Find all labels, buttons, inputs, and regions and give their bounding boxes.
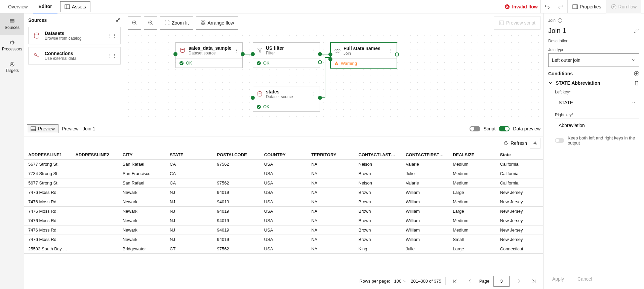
tab-editor[interactable]: Editor xyxy=(33,0,57,13)
table-settings-button[interactable] xyxy=(530,138,540,149)
chevron-left-icon xyxy=(468,279,472,284)
table-row[interactable]: 7476 Moss Rd.NewarkNJ94019USANABrownWill… xyxy=(24,235,543,244)
right-key-select[interactable]: Abbreviation xyxy=(555,119,639,132)
arrange-flow-button[interactable]: Arrange flow xyxy=(196,16,239,30)
keep-both-toggle[interactable] xyxy=(555,138,564,143)
tab-overview[interactable]: Overview xyxy=(3,0,33,13)
column-header[interactable]: CONTACTFIRSTNAME xyxy=(402,150,449,160)
properties-button[interactable]: Properties xyxy=(567,0,606,13)
flow-node-n4[interactable]: statesDataset source⋮OK xyxy=(253,86,320,112)
assets-button[interactable]: Assets xyxy=(60,1,90,12)
column-header[interactable]: STATE xyxy=(166,150,213,160)
canvas[interactable]: Zoom fit Arrange flow Preview script xyxy=(125,13,543,121)
port-out[interactable] xyxy=(241,52,245,56)
column-header[interactable]: ADDRESSLINE2 xyxy=(71,150,118,160)
table-row[interactable]: 25593 South Bay Ln.BridgewaterCT97562USA… xyxy=(24,244,543,254)
add-condition-button[interactable] xyxy=(634,71,639,76)
properties-label: Properties xyxy=(580,4,601,9)
table-row[interactable]: 7476 Moss Rd.NewarkNJ94019USANABrownWill… xyxy=(24,188,543,197)
column-header[interactable]: ADDRESSLINE1 xyxy=(24,150,71,160)
rail-sources[interactable]: Sources xyxy=(0,13,24,35)
rows-per-page-select[interactable]: 100 xyxy=(394,279,407,284)
port-in[interactable] xyxy=(328,52,332,56)
flow-node-n1[interactable]: sales_data_sampleDataset source⋮OK xyxy=(175,42,243,68)
column-header[interactable]: TERRITORY xyxy=(307,150,354,160)
column-header[interactable]: DEALSIZE xyxy=(449,150,496,160)
port-out[interactable] xyxy=(318,96,322,100)
last-page-button[interactable] xyxy=(528,276,539,287)
data-preview-toggle[interactable] xyxy=(499,126,510,131)
column-header[interactable]: POSTALCODE xyxy=(213,150,260,160)
svg-point-29 xyxy=(335,49,338,52)
port-out[interactable] xyxy=(395,52,399,56)
node-menu-button[interactable]: ⋮ xyxy=(234,48,239,53)
table-row[interactable]: 5677 Strong St.San RafaelCA97562USANANel… xyxy=(24,160,543,169)
refresh-button[interactable]: Refresh xyxy=(503,140,527,146)
column-header[interactable]: COUNTRY xyxy=(260,150,307,160)
rail-targets[interactable]: Targets xyxy=(0,56,24,78)
collapse-icon[interactable] xyxy=(115,17,121,23)
node-title: US filter xyxy=(266,45,284,51)
svg-rect-3 xyxy=(573,5,577,9)
port-in[interactable] xyxy=(251,52,255,56)
zoom-out-button[interactable] xyxy=(144,16,157,30)
table-cell: CA xyxy=(166,169,213,178)
node-title: Full state names xyxy=(344,46,380,51)
port-in[interactable] xyxy=(251,96,255,100)
rail-processors[interactable]: Processors xyxy=(0,35,24,56)
table-cell: Large xyxy=(449,188,496,197)
chevron-down-icon[interactable] xyxy=(548,81,553,85)
table-row[interactable]: 7476 Moss Rd.NewarkNJ94019USANABrownWill… xyxy=(24,207,543,216)
table-cell xyxy=(71,235,118,244)
redo-icon xyxy=(558,4,563,9)
table-cell: NJ xyxy=(166,216,213,225)
prev-page-button[interactable] xyxy=(465,276,475,287)
condition-name: STATE Abbreviation xyxy=(556,80,600,86)
table-row[interactable]: 7476 Moss Rd.NewarkNJ94019USANABrownWill… xyxy=(24,225,543,235)
table-row[interactable]: 7734 Strong St.San FranciscoCAUSANABrown… xyxy=(24,169,543,178)
delete-condition-button[interactable] xyxy=(634,80,639,86)
script-toggle[interactable] xyxy=(470,126,480,131)
column-header[interactable]: CONTACTLASTNAME xyxy=(355,150,402,160)
column-header[interactable]: State xyxy=(496,150,543,160)
port-out-2[interactable] xyxy=(318,60,322,64)
connections-card[interactable]: Connections Use external data ⋮⋮ xyxy=(28,47,121,65)
flow-node-n2[interactable]: US filterFilter⋮OK xyxy=(253,42,320,68)
table-row[interactable]: 7476 Moss Rd.NewarkNJ94019USANABrownWill… xyxy=(24,216,543,225)
preview-toggle-button[interactable]: Preview xyxy=(27,124,58,133)
redo-button[interactable] xyxy=(554,0,567,13)
info-icon[interactable]: i xyxy=(558,18,562,23)
next-page-button[interactable] xyxy=(514,276,524,287)
drag-handle-icon[interactable]: ⋮⋮ xyxy=(108,53,117,58)
node-subtitle: Dataset source xyxy=(266,94,293,99)
datasets-card[interactable]: Datasets Browse from catalog ⋮⋮ xyxy=(28,27,121,44)
node-menu-button[interactable]: ⋮ xyxy=(312,48,316,53)
data-preview-toggle-label: Data preview xyxy=(513,126,540,131)
table-cell: USA xyxy=(260,216,307,225)
left-key-select[interactable]: STATE xyxy=(555,96,639,109)
last-page-icon xyxy=(531,279,536,284)
table-cell: NA xyxy=(307,160,354,169)
table-row[interactable]: 5677 Strong St.San RafaelCA97562USANANel… xyxy=(24,178,543,188)
table-row[interactable]: 7476 Moss Rd.NewarkNJ94019USANABrownWill… xyxy=(24,197,543,207)
port-in-2[interactable] xyxy=(328,57,332,61)
table-cell: New Jersey xyxy=(496,225,543,235)
flow-node-n3[interactable]: Full state namesJoin⋮Warning xyxy=(330,42,397,69)
join-type-select[interactable]: Left outer join xyxy=(548,53,639,67)
port-out[interactable] xyxy=(318,52,322,56)
port-in[interactable] xyxy=(173,52,177,56)
svg-point-15 xyxy=(34,33,39,35)
undo-button[interactable] xyxy=(540,0,554,13)
node-menu-button[interactable]: ⋮ xyxy=(312,91,316,97)
drag-handle-icon[interactable]: ⋮⋮ xyxy=(108,33,117,38)
data-table[interactable]: ADDRESSLINE1ADDRESSLINE2CITYSTATEPOSTALC… xyxy=(24,150,543,273)
table-cell xyxy=(71,160,118,169)
column-header[interactable]: CITY xyxy=(119,150,166,160)
edit-icon[interactable] xyxy=(634,28,639,34)
zoom-fit-button[interactable]: Zoom fit xyxy=(160,16,193,30)
page-input[interactable] xyxy=(493,276,510,287)
zoom-in-button[interactable] xyxy=(128,16,141,30)
run-flow-label: Run flow xyxy=(618,4,637,9)
first-page-button[interactable] xyxy=(450,276,460,287)
node-menu-button[interactable]: ⋮ xyxy=(389,48,393,53)
